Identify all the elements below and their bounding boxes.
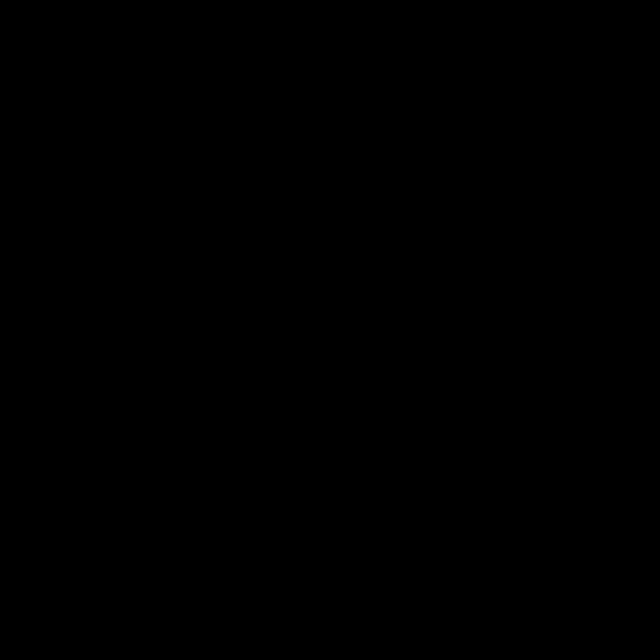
chart-frame bbox=[0, 0, 644, 644]
bottleneck-curve bbox=[24, 24, 620, 620]
plot-area bbox=[24, 24, 620, 620]
